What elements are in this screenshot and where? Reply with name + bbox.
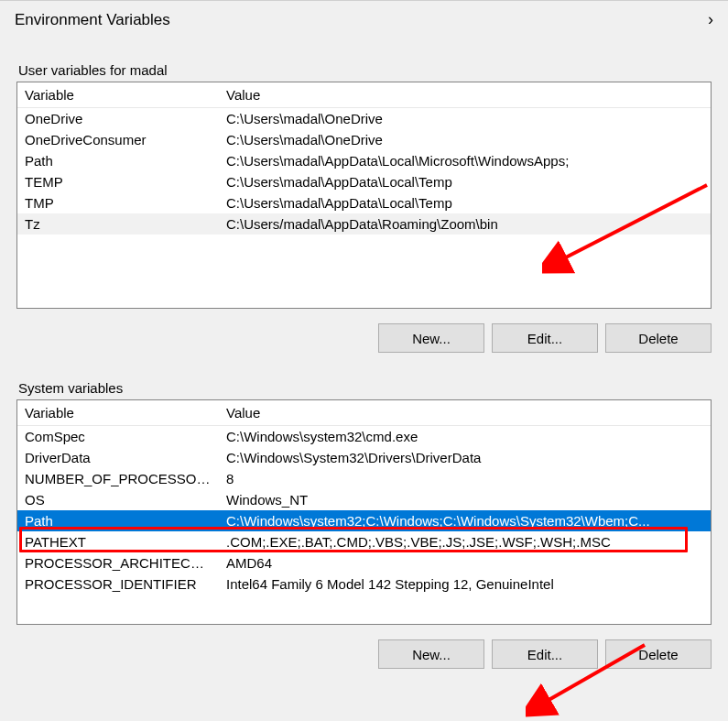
cell-var: ComSpec (17, 426, 219, 448)
table-row[interactable]: NUMBER_OF_PROCESSORS 8 (17, 468, 711, 489)
table-row[interactable]: Path C:\Users\madal\AppData\Local\Micros… (17, 150, 711, 171)
cell-var: PROCESSOR_IDENTIFIER (17, 574, 219, 595)
window-title: Environment Variables (15, 11, 170, 29)
cell-var: PATHEXT (17, 531, 219, 552)
system-new-button[interactable]: New... (378, 639, 484, 669)
cell-val: Intel64 Family 6 Model 142 Stepping 12, … (219, 574, 711, 595)
titlebar: Environment Variables › (4, 5, 724, 31)
user-variables-table-box: Variable Value OneDrive C:\Users\madal\O… (16, 82, 712, 309)
cell-val: Windows_NT (219, 489, 711, 510)
env-vars-dialog: Environment Variables › User variables f… (0, 0, 728, 721)
user-delete-button[interactable]: Delete (605, 323, 712, 353)
system-variables-table[interactable]: Variable Value ComSpec C:\Windows\system… (17, 400, 711, 595)
dialog-content: User variables for madal Variable Value … (4, 31, 724, 676)
chevron-right-icon[interactable]: › (708, 10, 713, 29)
cell-var: OS (17, 489, 219, 510)
cell-var: NUMBER_OF_PROCESSORS (17, 468, 219, 489)
table-row[interactable]: OS Windows_NT (17, 489, 711, 510)
cell-val: 8 (219, 468, 711, 489)
cell-var: OneDriveConsumer (17, 129, 219, 150)
cell-val: C:\Windows\system32;C:\Windows;C:\Window… (219, 510, 711, 531)
table-row[interactable]: PROCESSOR_IDENTIFIER Intel64 Family 6 Mo… (17, 574, 711, 595)
cell-var: TEMP (17, 171, 219, 192)
cell-val: C:\Windows\system32\cmd.exe (219, 426, 711, 448)
user-col-value[interactable]: Value (219, 82, 711, 108)
cell-var: DriverData (17, 447, 219, 468)
table-row[interactable]: OneDriveConsumer C:\Users\madal\OneDrive (17, 129, 711, 150)
system-variables-table-box: Variable Value ComSpec C:\Windows\system… (16, 399, 712, 625)
cell-val: AMD64 (219, 552, 711, 574)
cell-val: C:\Windows\System32\Drivers\DriverData (219, 447, 711, 468)
user-variables-label: User variables for madal (16, 62, 712, 78)
system-variables-label: System variables (16, 380, 712, 396)
cell-var: PROCESSOR_ARCHITECTURE (17, 552, 219, 574)
table-row-selected[interactable]: Path C:\Windows\system32;C:\Windows;C:\W… (17, 510, 711, 531)
cell-val: C:\Users\madal\AppData\Local\Microsoft\W… (219, 150, 711, 171)
system-delete-button[interactable]: Delete (605, 639, 712, 669)
table-row[interactable]: PATHEXT .COM;.EXE;.BAT;.CMD;.VBS;.VBE;.J… (17, 531, 711, 552)
user-buttons: New... Edit... Delete (16, 323, 712, 353)
table-row[interactable]: PROCESSOR_ARCHITECTURE AMD64 (17, 552, 711, 574)
table-row[interactable]: TEMP C:\Users\madal\AppData\Local\Temp (17, 171, 711, 192)
table-row[interactable]: OneDrive C:\Users\madal\OneDrive (17, 108, 711, 130)
cell-var: TMP (17, 192, 219, 213)
system-buttons: New... Edit... Delete (16, 639, 712, 669)
cell-var: OneDrive (17, 108, 219, 130)
system-variables-scroll[interactable]: Variable Value ComSpec C:\Windows\system… (17, 400, 711, 624)
table-row[interactable]: Tz C:\Users/madal\AppData\Roaming\Zoom\b… (17, 213, 711, 235)
cell-val: .COM;.EXE;.BAT;.CMD;.VBS;.VBE;.JS;.JSE;.… (219, 531, 711, 552)
sys-col-variable[interactable]: Variable (17, 400, 219, 426)
cell-val: C:\Users\madal\AppData\Local\Temp (219, 171, 711, 192)
user-new-button[interactable]: New... (378, 323, 484, 353)
user-edit-button[interactable]: Edit... (492, 323, 598, 353)
cell-var: Path (17, 150, 219, 171)
cell-val: C:\Users\madal\OneDrive (219, 129, 711, 150)
table-row[interactable]: DriverData C:\Windows\System32\Drivers\D… (17, 447, 711, 468)
user-variables-table[interactable]: Variable Value OneDrive C:\Users\madal\O… (17, 82, 711, 235)
cell-val: C:\Users\madal\AppData\Local\Temp (219, 192, 711, 213)
system-edit-button[interactable]: Edit... (492, 639, 598, 669)
table-row[interactable]: TMP C:\Users\madal\AppData\Local\Temp (17, 192, 711, 213)
sys-col-value[interactable]: Value (219, 400, 711, 426)
cell-var: Tz (17, 213, 219, 235)
cell-val: C:\Users\madal\OneDrive (219, 108, 711, 130)
user-col-variable[interactable]: Variable (17, 82, 219, 108)
cell-val: C:\Users/madal\AppData\Roaming\Zoom\bin (219, 213, 711, 235)
cell-var: Path (17, 510, 219, 531)
user-variables-scroll[interactable]: Variable Value OneDrive C:\Users\madal\O… (17, 82, 711, 308)
table-row[interactable]: ComSpec C:\Windows\system32\cmd.exe (17, 426, 711, 448)
